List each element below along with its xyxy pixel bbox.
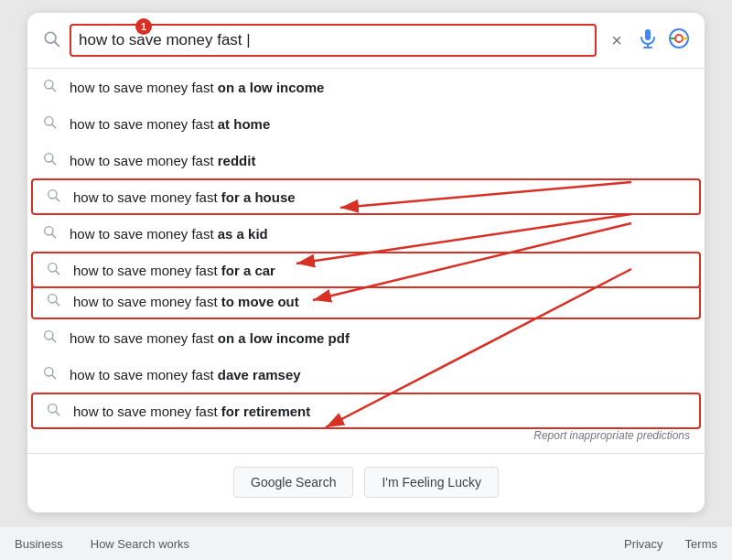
suggestion-text: how to save money fast on a low income (70, 80, 690, 95)
search-bar: how to save money fast | 1 × (27, 13, 705, 69)
svg-line-24 (52, 339, 56, 342)
suggestion-item-highlighted[interactable]: how to save money fast for retirement (31, 393, 701, 429)
suggestion-text: how to save money fast for retirement (73, 404, 686, 419)
suggestion-search-icon (46, 292, 60, 310)
bottom-bar-item-business[interactable]: Business (15, 537, 63, 551)
suggestion-text: how to save money fast reddit (70, 153, 690, 168)
suggestion-item-highlighted[interactable]: how to save money fast to move out (31, 285, 701, 319)
suggestion-text: how to save money fast on a low income p… (70, 330, 690, 346)
suggestion-search-icon (42, 365, 57, 383)
suggestion-text: how to save money fast at home (70, 116, 690, 132)
mic-icon[interactable] (637, 27, 659, 53)
buttons-row: Google Search I'm Feeling Lucky (27, 453, 705, 512)
suggestion-item[interactable]: how to save money fast on a low income (27, 69, 705, 105)
suggestion-item-highlighted[interactable]: how to save money fast for a house (31, 178, 701, 215)
bottom-bar-item-how-search[interactable]: How Search works (91, 537, 189, 551)
suggestion-search-icon (46, 261, 60, 279)
svg-line-26 (52, 375, 56, 379)
suggestion-item-highlighted[interactable]: how to save money fast for a car (31, 252, 701, 288)
bottom-bar-item-privacy[interactable]: Privacy (624, 537, 663, 551)
google-search-button[interactable]: Google Search (233, 467, 353, 498)
suggestion-text: how to save money fast for a car (73, 263, 686, 278)
suggestion-search-icon (42, 114, 57, 133)
svg-rect-2 (645, 29, 651, 40)
svg-line-1 (55, 41, 59, 46)
suggestion-list: how to save money fast on a low income h… (27, 69, 705, 429)
svg-line-20 (56, 271, 59, 275)
svg-line-10 (52, 88, 56, 92)
suggestion-item[interactable]: how to save money fast as a kid (27, 215, 705, 252)
suggestion-item[interactable]: how to save money fast dave ramsey (27, 356, 705, 393)
search-icon (42, 29, 60, 52)
notification-badge: 1 (135, 18, 152, 35)
suggestion-search-icon (42, 78, 57, 96)
suggestion-search-icon (42, 328, 57, 347)
suggestion-item[interactable]: how to save money fast at home (27, 105, 705, 142)
suggestion-search-icon (46, 402, 60, 420)
svg-line-12 (52, 124, 56, 128)
suggestion-text: how to save money fast dave ramsey (70, 367, 690, 382)
suggestion-item[interactable]: how to save money fast reddit (27, 142, 705, 178)
svg-line-16 (56, 198, 59, 201)
lens-icon[interactable] (668, 27, 690, 53)
suggestion-text: how to save money fast as a kid (70, 226, 690, 242)
svg-line-28 (56, 412, 59, 415)
feeling-lucky-button[interactable]: I'm Feeling Lucky (364, 467, 499, 498)
suggestion-text: how to save money fast to move out (73, 294, 686, 309)
suggestion-search-icon (42, 224, 57, 242)
bottom-bar: Business How Search works Privacy Terms (0, 527, 732, 560)
svg-line-18 (52, 234, 56, 238)
suggestion-item[interactable]: how to save money fast on a low income p… (27, 319, 705, 356)
svg-line-22 (56, 302, 59, 306)
svg-line-14 (52, 161, 56, 165)
suggestion-text: how to save money fast for a house (73, 189, 686, 205)
suggestion-search-icon (42, 151, 57, 169)
bottom-bar-item-terms[interactable]: Terms (685, 537, 717, 551)
suggestion-search-icon (46, 188, 60, 206)
report-label: Report inappropriate predictions (27, 429, 705, 449)
svg-point-6 (675, 35, 683, 42)
clear-button[interactable]: × (606, 30, 628, 51)
